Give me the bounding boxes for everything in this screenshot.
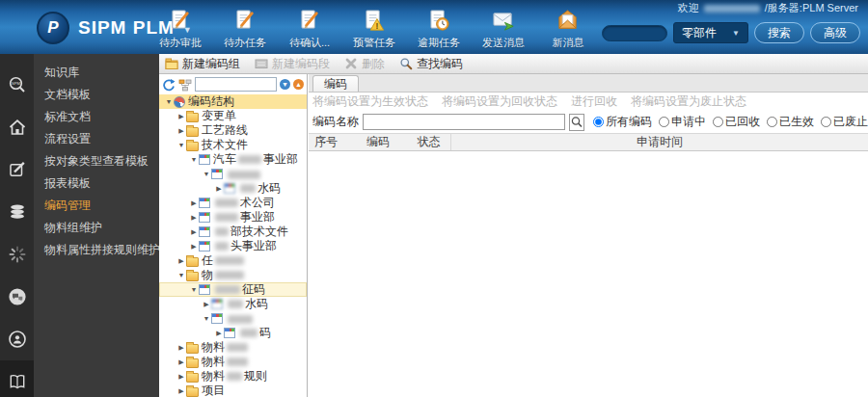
- radio-input[interactable]: [713, 117, 723, 127]
- expand-icon[interactable]: ▶: [176, 387, 186, 395]
- tree-node-6[interactable]: ▶ 水码: [159, 181, 307, 196]
- refresh-icon[interactable]: [162, 78, 176, 92]
- sidebar-item-1[interactable]: 文档模板: [34, 84, 159, 106]
- sidebar-edit-icon[interactable]: [0, 148, 34, 191]
- expand-icon[interactable]: ▶: [176, 358, 186, 366]
- code-action-link-3[interactable]: 将编码设置为废止状态: [631, 93, 746, 110]
- sidebar-item-3[interactable]: 流程设置: [34, 128, 159, 150]
- advanced-search-button[interactable]: 高级: [810, 22, 860, 43]
- radio-input[interactable]: [659, 117, 669, 127]
- sidebar-database-icon[interactable]: [0, 191, 34, 233]
- status-radio-所有编码[interactable]: 所有编码: [593, 114, 652, 130]
- expand-icon[interactable]: ▶: [214, 330, 224, 337]
- sidebar-item-6[interactable]: 编码管理: [34, 195, 159, 217]
- code-name-input[interactable]: [363, 114, 565, 130]
- find-next-icon[interactable]: ▼: [280, 79, 290, 90]
- toolbar-删除-button[interactable]: 删除: [344, 56, 385, 72]
- filter-search-button[interactable]: [569, 114, 584, 131]
- org-structure-icon[interactable]: [178, 78, 192, 92]
- sidebar-item-2[interactable]: 标准文档: [34, 106, 159, 128]
- column-header-状态[interactable]: 状态: [407, 134, 451, 150]
- expand-icon[interactable]: ▶: [176, 113, 186, 120]
- sidebar-spm-search-icon[interactable]: SPM: [0, 64, 34, 106]
- code-action-link-1[interactable]: 将编码设置为回收状态: [442, 93, 557, 110]
- tree-node-9[interactable]: ▶ 部技术文件: [159, 225, 307, 239]
- tree-node-0[interactable]: ▼ 编码结构: [159, 94, 307, 109]
- tree-node-13[interactable]: ▼ 征码: [159, 282, 307, 297]
- tree-node-10[interactable]: ▶ 头事业部: [159, 239, 307, 253]
- expand-icon[interactable]: ▶: [189, 228, 199, 236]
- toolbar-查找编码-button[interactable]: 查找编码: [399, 56, 463, 72]
- code-action-link-0[interactable]: 将编码设置为生效状态: [312, 93, 428, 110]
- expand-icon[interactable]: ▶: [214, 185, 224, 193]
- radio-input[interactable]: [767, 117, 777, 127]
- tree-search-input[interactable]: [195, 77, 277, 92]
- search-category-select[interactable]: 零部件 ▼: [673, 22, 748, 43]
- tree-node-17[interactable]: ▶ 物料: [159, 340, 307, 355]
- topbar-task-item-3[interactable]: !预警任务: [353, 8, 395, 50]
- sidebar-item-4[interactable]: 按对象类型查看模板: [34, 150, 159, 172]
- search-button[interactable]: 搜索: [754, 22, 804, 43]
- collapse-icon[interactable]: ▼: [176, 142, 186, 148]
- sidebar-item-0[interactable]: 知识库: [34, 62, 159, 84]
- column-header-编码[interactable]: 编码: [349, 134, 407, 150]
- expand-icon[interactable]: ▶: [202, 301, 211, 308]
- tree-node-5[interactable]: ▼: [159, 167, 307, 181]
- status-radio-申请中[interactable]: 申请中: [659, 114, 706, 130]
- tree-node-4[interactable]: ▼ 汽车事业部: [159, 152, 307, 167]
- tree-node-8[interactable]: ▶ 事业部: [159, 210, 307, 225]
- expand-icon[interactable]: ▶: [176, 127, 186, 135]
- collapse-icon[interactable]: ▼: [189, 286, 199, 293]
- tree-node-19[interactable]: ▶ 物料规则: [159, 369, 307, 384]
- collapse-icon[interactable]: ▼: [202, 315, 211, 322]
- radio-input[interactable]: [593, 117, 604, 127]
- expand-icon[interactable]: ▶: [176, 373, 186, 381]
- toolbar-新建编码组-button[interactable]: 新建编码组: [165, 56, 240, 72]
- collapse-icon[interactable]: ▼: [202, 171, 211, 177]
- sidebar-book-icon[interactable]: [0, 360, 34, 397]
- sidebar-broadcast-icon[interactable]: [0, 318, 34, 360]
- global-search-input[interactable]: [602, 25, 667, 41]
- tree-node-2[interactable]: ▶ 工艺路线: [159, 123, 307, 138]
- sidebar-home-icon[interactable]: [0, 106, 34, 148]
- topbar-task-item-0[interactable]: 待办审批: [159, 8, 202, 50]
- code-action-link-2[interactable]: 进行回收: [571, 93, 617, 110]
- tree-node-18[interactable]: ▶ 物料: [159, 355, 307, 369]
- tree-node-14[interactable]: ▶ 水码: [159, 297, 307, 311]
- tree-node-11[interactable]: ▶ 任: [159, 253, 307, 268]
- tree-node-7[interactable]: ▶ 术公司: [159, 196, 307, 210]
- sidebar-item-5[interactable]: 报表模板: [34, 172, 159, 195]
- expand-icon[interactable]: ▶: [189, 243, 199, 251]
- status-radio-已回收[interactable]: 已回收: [713, 114, 760, 130]
- topbar-task-item-2[interactable]: 待确认...: [288, 8, 331, 50]
- column-header-序号[interactable]: 序号: [309, 134, 349, 150]
- collapse-icon[interactable]: ▼: [176, 272, 186, 278]
- collapse-icon[interactable]: ▼: [189, 156, 199, 163]
- topbar-task-item-6[interactable]: 新消息: [547, 8, 589, 50]
- expand-icon[interactable]: ▶: [189, 214, 199, 222]
- collapse-icon[interactable]: ▼: [164, 98, 174, 105]
- tree-node-15[interactable]: ▼: [159, 311, 307, 326]
- sidebar-chat-icon[interactable]: [0, 276, 34, 318]
- expand-icon[interactable]: ▶: [176, 257, 186, 265]
- toolbar-新建编码段-button[interactable]: 新建编码段: [255, 56, 330, 72]
- column-header-申请时间[interactable]: 申请时间: [451, 134, 868, 150]
- tree-node-16[interactable]: ▶ 码: [159, 326, 307, 340]
- sidebar-item-8[interactable]: 物料属性拼接规则维护: [34, 239, 159, 261]
- tab-code[interactable]: 编码: [312, 75, 359, 92]
- expand-icon[interactable]: ▶: [189, 199, 199, 207]
- status-radio-已废止[interactable]: 已废止: [821, 114, 868, 130]
- expand-icon[interactable]: ▶: [176, 344, 186, 352]
- topbar-task-item-5[interactable]: 发送消息: [482, 8, 525, 50]
- topbar-task-item-4[interactable]: 逾期任务: [418, 8, 460, 50]
- tree-node-3[interactable]: ▼ 技术文件: [159, 138, 307, 152]
- tree-node-12[interactable]: ▼ 物: [159, 268, 307, 282]
- radio-input[interactable]: [821, 117, 831, 127]
- find-previous-icon[interactable]: ▲: [293, 79, 304, 90]
- status-radio-已生效[interactable]: 已生效: [767, 114, 814, 130]
- tree-node-1[interactable]: ▶ 变更单: [159, 109, 307, 123]
- tree-node-20[interactable]: ▶ 项目: [159, 384, 307, 397]
- sidebar-item-7[interactable]: 物料组维护: [34, 217, 159, 239]
- topbar-task-item-1[interactable]: 待办任务: [224, 8, 266, 50]
- sidebar-loading-icon[interactable]: [0, 233, 34, 276]
